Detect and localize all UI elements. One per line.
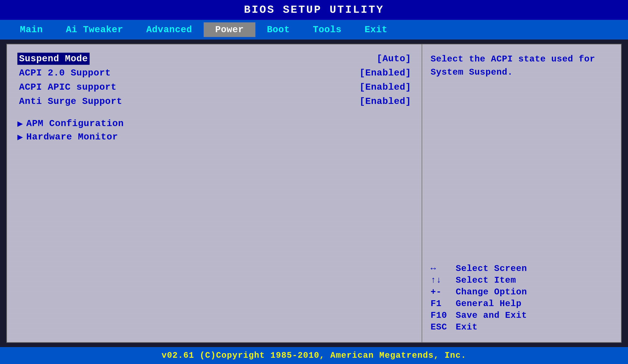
key-symbol-2: +- xyxy=(431,287,456,297)
menu-bar: MainAi TweakerAdvancedPowerBootToolsExit xyxy=(0,20,628,40)
footer-bar: v02.61 (C)Copyright 1985-2010, American … xyxy=(0,347,628,364)
key-desc-1: Select Item xyxy=(456,275,516,285)
key-row-5: ESCExit xyxy=(431,322,613,332)
settings-item-0[interactable]: Suspend Mode[Auto] xyxy=(17,53,411,65)
right-panel: Select the ACPI state used for System Su… xyxy=(422,44,621,342)
submenu-label-1: Hardware Monitor xyxy=(26,132,118,142)
menu-item-advanced[interactable]: Advanced xyxy=(135,22,204,37)
title-bar: BIOS SETUP UTILITY xyxy=(0,0,628,20)
key-row-1: ↑↓Select Item xyxy=(431,275,613,285)
left-panel: Suspend Mode[Auto]ACPI 2.0 Support[Enabl… xyxy=(7,44,422,342)
settings-item-1[interactable]: ACPI 2.0 Support[Enabled] xyxy=(17,67,411,79)
key-symbol-4: F10 xyxy=(431,310,456,320)
item-label-2: ACPI APIC support xyxy=(17,81,118,93)
item-value-3: [Enabled] xyxy=(359,96,411,107)
key-desc-2: Change Option xyxy=(456,287,527,297)
help-text: Select the ACPI state used for System Su… xyxy=(431,53,613,79)
submenu-arrow-icon-1: ▶ xyxy=(17,131,23,143)
menu-item-exit[interactable]: Exit xyxy=(353,22,399,37)
menu-item-tools[interactable]: Tools xyxy=(302,22,353,37)
key-row-4: F10Save and Exit xyxy=(431,310,613,320)
item-value-0: [Auto] xyxy=(377,54,411,64)
item-value-2: [Enabled] xyxy=(359,82,411,92)
key-desc-3: General Help xyxy=(456,299,521,309)
section-spacer xyxy=(17,110,411,118)
key-desc-4: Save and Exit xyxy=(456,310,527,320)
key-symbol-0: ↔ xyxy=(431,264,456,274)
bios-title: BIOS SETUP UTILITY xyxy=(244,4,384,16)
key-desc-5: Exit xyxy=(456,322,478,332)
footer-text: v02.61 (C)Copyright 1985-2010, American … xyxy=(161,351,467,360)
menu-item-ai-tweaker[interactable]: Ai Tweaker xyxy=(54,22,135,37)
key-symbol-3: F1 xyxy=(431,299,456,309)
key-legend: ↔Select Screen↑↓Select Item+-Change Opti… xyxy=(431,264,613,334)
submenu-item-0[interactable]: ▶APM Configuration xyxy=(17,118,411,129)
key-symbol-1: ↑↓ xyxy=(431,275,456,285)
key-symbol-5: ESC xyxy=(431,322,456,332)
menu-item-boot[interactable]: Boot xyxy=(255,22,302,37)
key-row-0: ↔Select Screen xyxy=(431,264,613,274)
bios-screen: BIOS SETUP UTILITY MainAi TweakerAdvance… xyxy=(0,0,628,364)
item-label-1: ACPI 2.0 Support xyxy=(17,67,112,79)
submenu-arrow-icon-0: ▶ xyxy=(17,118,23,129)
settings-item-3[interactable]: Anti Surge Support[Enabled] xyxy=(17,95,411,108)
menu-item-power[interactable]: Power xyxy=(204,22,255,37)
menu-item-main[interactable]: Main xyxy=(8,22,54,37)
key-row-3: F1General Help xyxy=(431,299,613,309)
settings-item-2[interactable]: ACPI APIC support[Enabled] xyxy=(17,81,411,93)
item-label-0: Suspend Mode xyxy=(17,53,90,65)
key-desc-0: Select Screen xyxy=(456,264,527,274)
item-label-3: Anti Surge Support xyxy=(17,95,124,108)
submenu-label-0: APM Configuration xyxy=(26,118,124,129)
item-value-1: [Enabled] xyxy=(359,68,411,78)
key-row-2: +-Change Option xyxy=(431,287,613,297)
content-area: Suspend Mode[Auto]ACPI 2.0 Support[Enabl… xyxy=(6,44,622,343)
submenu-item-1[interactable]: ▶Hardware Monitor xyxy=(17,131,411,143)
